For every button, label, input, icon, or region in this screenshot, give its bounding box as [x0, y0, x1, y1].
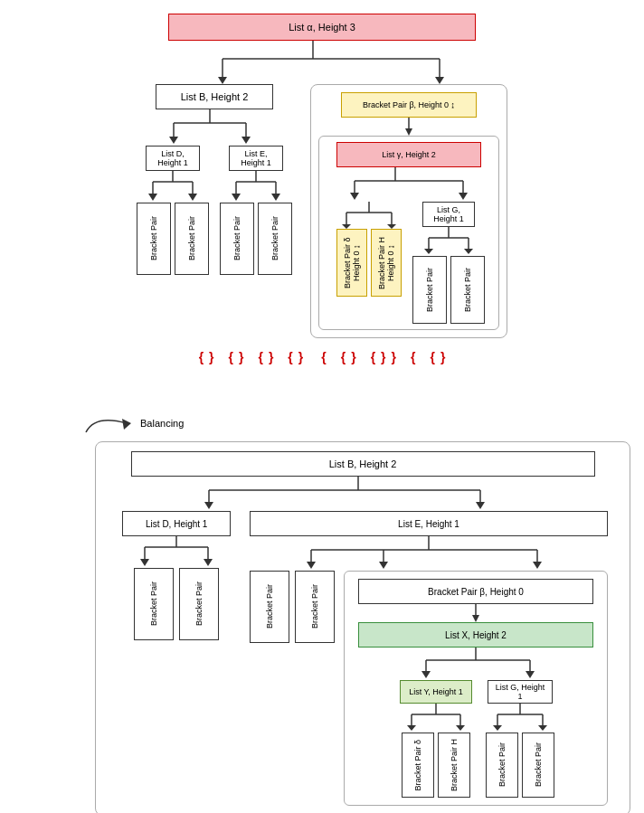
- svg-marker-82: [493, 725, 502, 731]
- list-a-node: List α, Height 3: [168, 14, 476, 41]
- bracket-h-node: Bracket Pair H Height 0 ↨: [371, 229, 402, 297]
- svg-marker-78: [456, 725, 465, 731]
- svg-marker-43: [464, 249, 473, 254]
- brace-17: }: [440, 350, 445, 364]
- y-branch-svg: [395, 704, 477, 733]
- svg-marker-11: [242, 137, 251, 144]
- svg-marker-64: [533, 562, 542, 569]
- brace-12: {: [371, 350, 375, 364]
- list-g-subtree-bottom: List G, Height 1: [484, 680, 556, 798]
- svg-marker-17: [188, 194, 197, 201]
- list-g-subtree-top: List G, Height 1: [412, 202, 485, 324]
- list-g-node-top: List G, Height 1: [422, 202, 475, 227]
- svg-marker-56: [204, 559, 213, 566]
- brace-13: }: [381, 350, 385, 364]
- balancing-label-row: Balancing: [81, 410, 635, 437]
- bracket-g1-top: Bracket Pair: [412, 256, 447, 324]
- svg-marker-76: [407, 725, 416, 731]
- beta-bottom-arrow: [471, 604, 480, 622]
- svg-marker-84: [538, 725, 547, 731]
- bracket-d1-bottom: Bracket Pair: [134, 568, 174, 640]
- top-braces-row: { } { } { } { } { { } { } } { { }: [9, 345, 635, 369]
- beta-bottom-rounded: Bracket Pair β, Height 0: [344, 571, 608, 806]
- brace-7: {: [288, 350, 292, 364]
- list-d-subtree: List D, Height 1 Brack: [137, 146, 209, 275]
- top-diagram: List α, Height 3 List B,: [9, 9, 635, 369]
- brace-14: }: [392, 350, 396, 364]
- brace-16: {: [430, 350, 434, 364]
- list-e-subtree: List E, Height 1 Brack: [220, 146, 292, 275]
- svg-marker-50: [476, 502, 485, 509]
- list-b-subtree: List B, Height 2: [137, 84, 292, 275]
- brace-1: {: [199, 350, 204, 364]
- bracket-pair-d2: Bracket Pair: [175, 203, 209, 275]
- svg-marker-3: [218, 77, 227, 84]
- bracket-g2-top: Bracket Pair: [450, 256, 485, 324]
- svg-marker-41: [424, 249, 433, 254]
- bracket-g2-bottom: Bracket Pair: [522, 733, 554, 798]
- bottom-diagram: Balancing List B, Height 2: [9, 410, 635, 813]
- balancing-text: Balancing: [140, 418, 184, 429]
- d-branch-svg: [139, 171, 207, 203]
- brace-11: }: [351, 350, 355, 364]
- dh-branch-svg: [333, 202, 405, 229]
- svg-marker-5: [435, 77, 444, 84]
- bracket-pair-d1: Bracket Pair: [137, 203, 171, 275]
- list-y-subtree: List Y, Height 1: [395, 680, 477, 798]
- list-d-node: List D, Height 1: [146, 146, 200, 171]
- list-gamma-node: List γ, Height 2: [336, 142, 481, 167]
- g-bottom-branch: [484, 704, 556, 733]
- delta-h-group: Bracket Pair δ Height 0 ↨ Bracket Pair H…: [333, 202, 405, 297]
- svg-marker-23: [271, 194, 280, 201]
- list-d-bottom-node: List D, Height 1: [122, 511, 231, 536]
- list-d-bottom: List D, Height 1 Brack: [118, 511, 235, 640]
- bottom-b-branch-svg: [137, 477, 589, 511]
- x-branch-svg: [385, 648, 566, 680]
- svg-marker-60: [307, 562, 316, 569]
- brace-3: {: [229, 350, 233, 364]
- bracket-beta-node: Bracket Pair β, Height 0 ↨: [341, 92, 477, 118]
- brace-6: }: [269, 350, 273, 364]
- bracket-beta-bottom-node: Bracket Pair β, Height 0: [358, 579, 593, 604]
- g-branch-svg-top: [415, 227, 483, 256]
- gamma-branch-svg: [323, 167, 495, 202]
- svg-marker-31: [459, 193, 468, 200]
- list-y-node: List Y, Height 1: [400, 680, 472, 704]
- list-e-node: List E, Height 1: [229, 146, 283, 171]
- bracket-beta-rounded: Bracket Pair β, Height 0 ↨ List γ, Heigh…: [310, 84, 507, 338]
- b-branch-svg: [151, 109, 278, 146]
- list-b-node: List B, Height 2: [156, 84, 273, 109]
- top-branch-svg: [159, 41, 485, 86]
- svg-marker-48: [204, 502, 213, 509]
- svg-marker-9: [169, 137, 178, 144]
- main-container: List α, Height 3 List B,: [0, 0, 644, 813]
- bracket-g1-bottom: Bracket Pair: [486, 733, 518, 798]
- brace-4: }: [239, 350, 243, 364]
- e-bottom-branch: [275, 536, 582, 571]
- bracket-h-bottom: Bracket Pair H: [438, 733, 470, 798]
- beta-arrow-svg: [404, 118, 413, 136]
- bottom-outer-rounded: List B, Height 2: [95, 441, 630, 813]
- svg-marker-44: [122, 419, 131, 430]
- list-x-node: List X, Height 2: [358, 622, 593, 648]
- list-e-bottom: List E, Height 1: [250, 511, 608, 806]
- balancing-arrow-svg: [81, 410, 136, 437]
- bracket-delta-bottom: Bracket Pair δ: [402, 733, 434, 798]
- svg-marker-66: [472, 615, 479, 622]
- svg-marker-15: [148, 194, 157, 201]
- list-e-bottom-node: List E, Height 1: [250, 511, 608, 536]
- e-branch-svg: [223, 171, 290, 203]
- bracket-delta-node: Bracket Pair δ Height 0 ↨: [336, 229, 367, 297]
- svg-marker-70: [421, 671, 431, 678]
- bracket-pair-e2: Bracket Pair: [258, 203, 292, 275]
- list-g-bottom-node: List G, Height 1: [488, 680, 553, 704]
- bracket-d2-bottom: Bracket Pair: [179, 568, 219, 640]
- svg-marker-29: [350, 193, 359, 200]
- brace-9: {: [321, 350, 326, 364]
- brace-8: }: [298, 350, 303, 364]
- bracket-e1-bottom: Bracket Pair: [250, 571, 289, 643]
- d-bottom-branch: [122, 536, 231, 568]
- brace-10: {: [341, 350, 346, 364]
- e-bracket-pairs: Bracket Pair Bracket Pair: [250, 571, 335, 643]
- brace-2: }: [209, 350, 213, 364]
